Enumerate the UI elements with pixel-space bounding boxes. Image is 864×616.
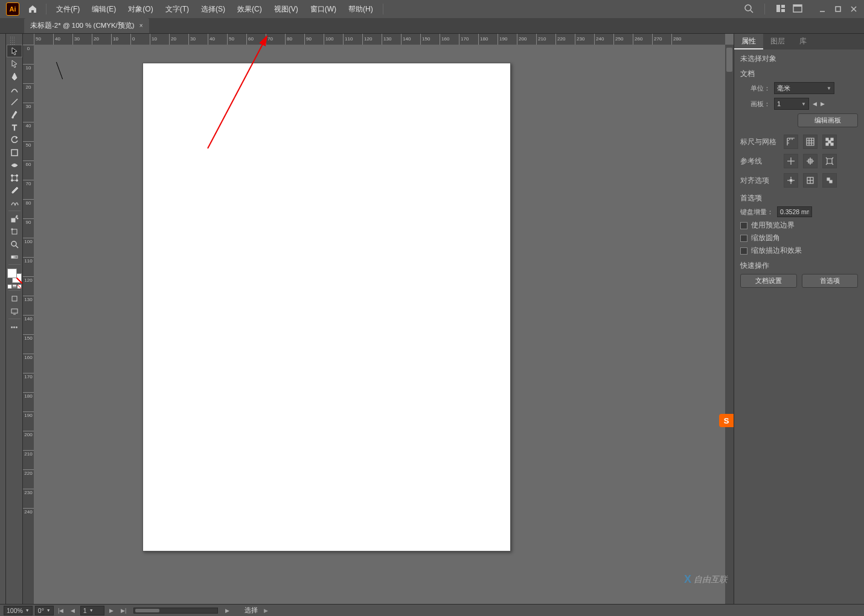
menu-edit[interactable]: 编辑(E) bbox=[86, 1, 122, 18]
artboard-next-icon[interactable]: ▶ bbox=[821, 101, 825, 107]
shape-tool[interactable] bbox=[7, 146, 22, 159]
maximize-icon[interactable] bbox=[831, 2, 845, 16]
zoom-tool[interactable] bbox=[7, 238, 22, 250]
tab-libraries[interactable]: 库 bbox=[792, 34, 814, 49]
preferences-button[interactable]: 首选项 bbox=[802, 274, 859, 288]
ruler-vertical[interactable]: 0102030405060708090100110120130140150160… bbox=[23, 45, 34, 604]
zoom-dropdown[interactable]: 100%▼ bbox=[4, 606, 33, 615]
width-tool[interactable] bbox=[7, 159, 22, 171]
prev-artboard-icon[interactable]: ◀ bbox=[68, 606, 78, 615]
menu-object[interactable]: 对象(O) bbox=[122, 1, 159, 18]
first-artboard-icon[interactable]: |◀ bbox=[56, 606, 66, 615]
color-mode-chips[interactable] bbox=[7, 284, 22, 289]
scale-strokes-checkbox[interactable]: 缩放描边和效果 bbox=[740, 246, 858, 255]
edit-toolbar-icon[interactable]: ••• bbox=[7, 320, 22, 333]
snap-grid-icon[interactable] bbox=[803, 173, 818, 188]
direct-selection-tool[interactable] bbox=[7, 57, 22, 70]
line-tool[interactable] bbox=[7, 95, 22, 108]
next-artboard-icon[interactable]: ▶ bbox=[107, 606, 117, 615]
artboard-tool[interactable] bbox=[7, 225, 22, 238]
document-tab[interactable]: 未标题-2* @ 100 % (CMYK/预览) × bbox=[24, 18, 149, 33]
menu-effect[interactable]: 效果(C) bbox=[231, 1, 268, 18]
no-selection-label: 未选择对象 bbox=[740, 54, 858, 63]
toolbox: T ••• bbox=[6, 34, 23, 604]
svg-rect-30 bbox=[11, 309, 18, 313]
draw-mode-tool[interactable] bbox=[7, 292, 22, 305]
transparency-grid-icon[interactable] bbox=[822, 135, 837, 149]
pen-tool[interactable] bbox=[7, 70, 22, 83]
unit-label: 单位： bbox=[740, 84, 770, 93]
scrollbar-horizontal[interactable] bbox=[133, 608, 218, 614]
toolbox-grip-icon[interactable] bbox=[10, 36, 14, 45]
screen-mode-tool[interactable] bbox=[7, 305, 22, 317]
tab-close-icon[interactable]: × bbox=[139, 22, 143, 29]
drawn-line[interactable] bbox=[59, 62, 69, 80]
menu-view[interactable]: 视图(V) bbox=[268, 1, 304, 18]
menu-window[interactable]: 窗口(W) bbox=[304, 1, 342, 18]
snap-point-icon[interactable] bbox=[784, 173, 798, 188]
current-tool-label: 选择 bbox=[245, 606, 258, 615]
workspace-icon[interactable] bbox=[793, 4, 802, 14]
minimize-icon[interactable] bbox=[816, 2, 829, 16]
selection-tool[interactable] bbox=[7, 45, 22, 57]
free-transform-tool[interactable] bbox=[7, 171, 22, 184]
fill-swatch[interactable] bbox=[7, 268, 17, 278]
artboard-label: 画板： bbox=[740, 100, 770, 109]
tab-properties[interactable]: 属性 bbox=[734, 34, 763, 49]
artboard[interactable] bbox=[142, 63, 511, 551]
type-tool[interactable]: T bbox=[7, 121, 22, 133]
menu-help[interactable]: 帮助(H) bbox=[342, 1, 379, 18]
svg-point-15 bbox=[11, 174, 13, 176]
menu-type[interactable]: 文字(T) bbox=[159, 1, 195, 18]
curvature-tool[interactable] bbox=[7, 83, 22, 95]
guides-toggle-icon[interactable] bbox=[784, 154, 798, 168]
last-artboard-icon[interactable]: ▶| bbox=[119, 606, 129, 615]
symbol-sprayer-tool[interactable] bbox=[7, 212, 22, 225]
scrollbar-vertical[interactable] bbox=[725, 45, 734, 604]
gradient-tool[interactable] bbox=[7, 250, 22, 263]
svg-line-1 bbox=[750, 10, 753, 13]
ime-badge[interactable]: S bbox=[719, 414, 734, 427]
ruler-toggle-icon[interactable] bbox=[784, 135, 798, 149]
eyedropper-tool[interactable] bbox=[7, 184, 22, 197]
canvas-area[interactable]: 5040302010010203040506070809010011012013… bbox=[23, 34, 734, 604]
scroll-right-icon[interactable]: ▶ bbox=[223, 606, 232, 615]
svg-point-17 bbox=[11, 179, 13, 181]
artboard-nav-input[interactable]: 1▼ bbox=[80, 606, 104, 615]
svg-rect-6 bbox=[793, 5, 802, 7]
ruler-origin[interactable] bbox=[23, 34, 34, 45]
rotate-dropdown[interactable]: 0°▼ bbox=[35, 606, 54, 615]
snap-pixel-icon[interactable] bbox=[822, 173, 837, 188]
close-icon[interactable] bbox=[847, 2, 860, 16]
menu-file[interactable]: 文件(F) bbox=[50, 1, 86, 18]
chevron-down-icon: ▼ bbox=[25, 608, 30, 612]
preview-bounds-checkbox[interactable]: 使用预览边界 bbox=[740, 221, 858, 230]
rotate-tool[interactable] bbox=[7, 133, 22, 146]
unit-dropdown[interactable]: 毫米▼ bbox=[774, 82, 834, 94]
search-icon[interactable] bbox=[744, 4, 754, 14]
home-icon[interactable] bbox=[25, 2, 40, 16]
svg-rect-4 bbox=[781, 9, 785, 12]
document-setup-button[interactable]: 文档设置 bbox=[740, 274, 797, 288]
snap-icon[interactable] bbox=[822, 154, 837, 168]
tab-layers[interactable]: 图层 bbox=[763, 34, 792, 49]
svg-rect-23 bbox=[12, 229, 17, 234]
status-menu-icon[interactable]: ▶ bbox=[264, 608, 268, 614]
scale-corners-checkbox[interactable]: 缩放圆角 bbox=[740, 233, 858, 243]
smart-guides-icon[interactable] bbox=[803, 154, 818, 168]
arrange-icon[interactable] bbox=[776, 4, 786, 14]
artboard-prev-icon[interactable]: ◀ bbox=[813, 101, 817, 107]
svg-point-22 bbox=[16, 215, 18, 217]
brush-tool[interactable] bbox=[7, 108, 22, 121]
fill-stroke-swatch[interactable] bbox=[7, 268, 22, 283]
app-logo[interactable]: Ai bbox=[6, 2, 19, 16]
blend-tool[interactable] bbox=[7, 197, 22, 209]
svg-rect-2 bbox=[776, 5, 780, 12]
keyboard-increment-input[interactable] bbox=[777, 206, 812, 217]
menu-select[interactable]: 选择(S) bbox=[195, 1, 231, 18]
grid-toggle-icon[interactable] bbox=[803, 135, 818, 149]
ruler-horizontal[interactable]: 5040302010010203040506070809010011012013… bbox=[34, 34, 725, 45]
svg-rect-8 bbox=[836, 7, 840, 11]
edit-artboard-button[interactable]: 编辑画板 bbox=[798, 113, 858, 127]
artboard-dropdown[interactable]: 1▼ bbox=[774, 98, 809, 110]
